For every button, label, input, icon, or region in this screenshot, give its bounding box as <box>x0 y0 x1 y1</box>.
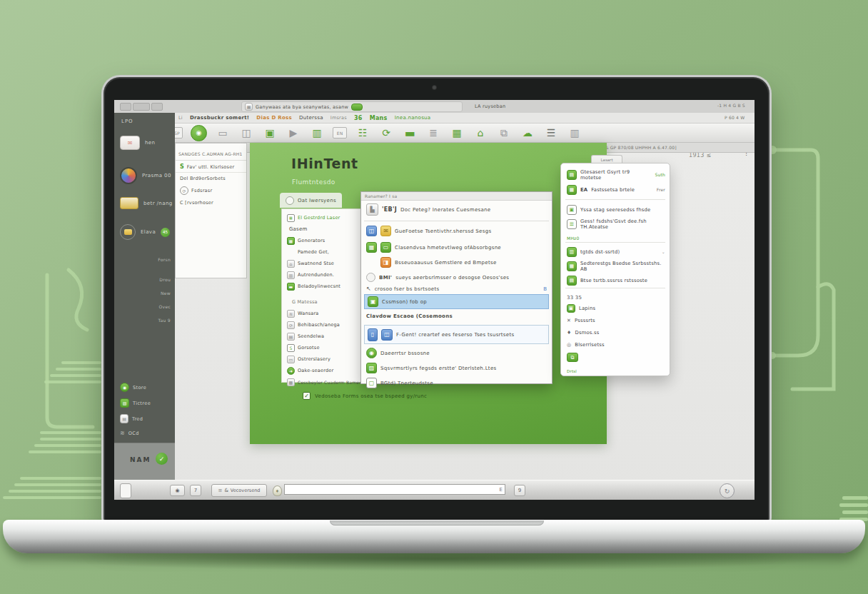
popover-row[interactable]: ▦ EA Fastssetsa brtele Frer <box>567 183 665 196</box>
refresh-button[interactable]: ↻ <box>720 483 735 498</box>
folder-circle-icon <box>120 224 136 240</box>
subpanel-row[interactable]: Del Brd9erSorbets <box>176 173 246 183</box>
sidebar-item-files[interactable]: Elava 45 <box>120 224 170 240</box>
menu-item[interactable]: 36 <box>354 115 363 121</box>
window-text-icon[interactable]: EN <box>333 127 347 139</box>
sidebar-item-photos[interactable]: Prasma 00 <box>120 167 171 184</box>
nav-item[interactable]: ▥Autrendunden. <box>282 269 365 281</box>
menu-item[interactable]: Mans <box>370 115 388 121</box>
nav-item[interactable]: ⌂Swatnend Stse <box>282 258 365 269</box>
dialog-titlebar[interactable]: Ranamer? I sa <box>361 192 552 201</box>
popover-row[interactable]: ▤ Gtesasert Gsyrt tr9 motetse Suth <box>567 168 665 181</box>
page-icon[interactable]: ≣ <box>425 126 441 140</box>
at-button[interactable]: ◉ <box>170 485 185 496</box>
dialog-header-prefix: 'EB'J <box>382 206 397 213</box>
brand-logo-icon: ✓ <box>156 453 168 465</box>
secondary-tab[interactable]: LA ruyseban <box>475 104 505 109</box>
tab-active[interactable]: Oat Iwersyens <box>280 193 342 208</box>
popover-row[interactable]: ▣ Yssa stag seeresedss fhsde <box>567 203 665 216</box>
checkbox-icon[interactable]: ✓ <box>303 392 311 400</box>
panel-toggle-button[interactable] <box>120 483 131 498</box>
browser-tab[interactable]: ▦ Ganywaas ata bya seanywtas, asanw <box>241 101 463 112</box>
frame-icon[interactable]: ⧉ <box>496 126 512 140</box>
sidebar-item-store[interactable]: ◉ Store <box>120 383 146 392</box>
search-input[interactable] <box>285 485 505 494</box>
dialog-row-selected[interactable]: ▣ Cssmson) fob op <box>364 294 549 309</box>
nav-item[interactable]: ▦Generators <box>282 235 365 246</box>
camera-icon[interactable]: ▣ <box>262 126 278 140</box>
sidebar-item-list[interactable]: ▤ Tred <box>120 414 143 423</box>
card-icon[interactable]: ▥ <box>309 126 325 140</box>
dialog-row[interactable]: ◨ Bsseuoaausus Gemstlere ed Bmpetse <box>366 256 547 269</box>
nav-item[interactable]: ⟳Behibasch/anega <box>282 319 365 331</box>
window-control[interactable] <box>151 103 163 111</box>
dialog-row[interactable]: ▦ ▭ Clasendvsa hmetevtlweg ofAbsorbgsne <box>366 241 547 254</box>
subpanel-row[interactable]: C [rvsorhoser <box>176 197 246 208</box>
nav-item[interactable]: Pamede Get, <box>282 246 365 258</box>
sidebar-item-folder[interactable]: betr /nang <box>120 197 173 209</box>
nav-item[interactable]: ▬Beladoylinwecsnt <box>282 281 365 292</box>
sidebar-item-mail[interactable]: ✉ hen <box>120 136 155 150</box>
dialog-row[interactable]: ◫ ✉ GueFoetse Tsentivthr.sherssd Sesgs <box>366 224 547 238</box>
nav-footer-item[interactable]: ▩Cessbeyler Cuaderm Bamedt <box>282 376 365 388</box>
list-icon[interactable]: ☰ <box>543 126 559 140</box>
header-icon: ▙ <box>366 203 378 216</box>
nav-item[interactable]: SGorsotse <box>282 342 365 353</box>
popover-row[interactable]: ▥ tgtds dst-ssrtd) ⌄ <box>567 246 665 258</box>
nav-item[interactable]: ≋Wansara <box>282 308 365 319</box>
nav-item[interactable]: ▤Seendelwa <box>282 331 365 342</box>
cloud-icon[interactable]: ☁ <box>520 126 535 140</box>
phone-icon: ▯ <box>368 328 378 341</box>
home-alt-icon[interactable]: ⌂ <box>473 126 488 140</box>
cursor-icon[interactable]: ▶ <box>286 126 301 140</box>
sidebar-mini-item[interactable]: Tau 9 <box>158 318 171 323</box>
tab-circle-icon <box>286 196 294 205</box>
nav-link[interactable]: ▦ El Gestrdrd Laser <box>282 212 365 223</box>
chart-icon[interactable]: ▥ <box>567 126 582 140</box>
popover-row[interactable]: ✕ Pssssrts <box>567 314 665 326</box>
menu-item[interactable]: Li <box>178 115 183 121</box>
monitor-icon[interactable]: ▭ <box>215 126 231 140</box>
nine-button[interactable]: 9 <box>514 485 525 496</box>
dialog-row[interactable]: ◉ Daeerrtsr bssosne <box>366 346 547 360</box>
dialog-row[interactable]: ▨ Sqsvrmsrtlyrs fegsds erstte' Dterlsteh… <box>366 361 547 375</box>
dialog-row-boxed[interactable]: ▯ ◫ F-Gent! creartef ees feserso Tses ts… <box>364 325 549 344</box>
popover-row[interactable]: ⧉ <box>567 351 665 363</box>
sync-icon[interactable]: ⟳ <box>378 126 394 140</box>
lightbulb-icon[interactable]: ♦ <box>273 485 282 496</box>
subpanel-row[interactable]: ⟳ Fsdsrasr <box>176 183 246 197</box>
popover-footer-row[interactable]: Drtsl <box>567 365 665 377</box>
popover-row[interactable]: ▤ Btse tsrtb.sssrss rstssoste <box>567 274 665 286</box>
checkbox-row[interactable]: ✓ Vedoseba Forms osea tse bspeed gy/runc <box>303 392 427 400</box>
popover-row[interactable]: ☰ Gess! fsdshs'Gsvt dee.fsh TH.Ateatse <box>567 218 665 230</box>
popover-row[interactable]: ◎ Blserrlsetss <box>567 338 665 351</box>
green-badge-icon[interactable]: ◉ <box>191 125 207 141</box>
dialog-row[interactable]: ▢ BGtd) Tnerteudstse <box>366 376 547 390</box>
sidebar-mini-item[interactable]: Drou <box>159 277 171 282</box>
window-control[interactable] <box>133 103 150 111</box>
menu-item[interactable]: Imsras <box>330 115 347 121</box>
popover-row[interactable]: ▣ Lapins <box>567 302 665 314</box>
sidebar-item-pictures[interactable]: ▨ Tictree <box>120 398 151 408</box>
subpanel-row[interactable]: S Fav' uttl. Klsrlsoser <box>176 161 246 173</box>
nav-item[interactable]: ➜Oake-seaerder <box>282 365 365 376</box>
sidebar-item-label: betr /nang <box>143 201 173 206</box>
popover-row[interactable]: ▦ Sedterestgs Bsedse Ssrbsstshs. AB <box>567 260 665 272</box>
popover-row[interactable]: ♦ Dsmos.ss <box>567 326 665 338</box>
sidebar-mini-item[interactable]: New <box>161 291 171 296</box>
printer-icon[interactable]: ☷ <box>355 126 370 140</box>
book-icon[interactable]: ◫ <box>238 126 254 140</box>
menu-item[interactable]: Drassbuckr somert! <box>190 115 249 121</box>
search-scope-button[interactable]: ≡ & Vecoversend <box>211 484 267 497</box>
seven-button[interactable]: 7 <box>190 485 201 496</box>
basket-icon[interactable]: ▦ <box>449 126 465 140</box>
menu-item[interactable]: Inea.nanosua <box>395 115 431 121</box>
sidebar-item-settings[interactable]: ≋ OCd <box>120 430 139 436</box>
nav-item[interactable]: ▭Ostrerslasery <box>282 353 365 365</box>
sidebar-mini-item[interactable]: Ovec <box>159 304 171 309</box>
menu-item[interactable]: Dias D Ross <box>256 115 292 121</box>
menu-item[interactable]: Duterssa <box>299 115 323 121</box>
window-control[interactable] <box>120 103 131 111</box>
desk-icon[interactable]: ▬ <box>402 126 418 140</box>
sidebar-mini-item[interactable]: Forsn <box>158 257 171 262</box>
